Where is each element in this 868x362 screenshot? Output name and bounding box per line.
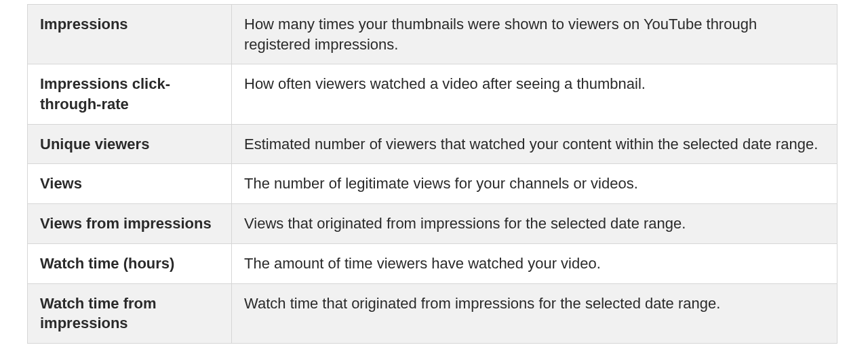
metric-definition: The amount of time viewers have watched … (232, 244, 837, 283)
metric-term: Impressions click-through-rate (28, 64, 232, 123)
metric-definition: Views that originated from impressions f… (232, 204, 837, 243)
table-row: Unique viewers Estimated number of viewe… (28, 125, 837, 165)
table-row: Views The number of legitimate views for… (28, 164, 837, 204)
metric-term: Impressions (28, 5, 232, 64)
metric-term: Watch time from impressions (28, 284, 232, 343)
metric-definition: Estimated number of viewers that watched… (232, 125, 837, 164)
metric-term: Views (28, 164, 232, 203)
metrics-table: Impressions How many times your thumbnai… (27, 4, 837, 344)
metric-term: Watch time (hours) (28, 244, 232, 283)
table-row: Impressions click-through-rate How often… (28, 64, 837, 124)
metric-definition: The number of legitimate views for your … (232, 164, 837, 203)
table-row: Watch time (hours) The amount of time vi… (28, 244, 837, 284)
metric-definition: How often viewers watched a video after … (232, 64, 837, 123)
metric-term: Unique viewers (28, 125, 232, 164)
metric-definition: How many times your thumbnails were show… (232, 5, 837, 64)
table-row: Impressions How many times your thumbnai… (28, 5, 837, 64)
table-row: Views from impressions Views that origin… (28, 204, 837, 244)
metric-definition: Watch time that originated from impressi… (232, 284, 837, 343)
table-row: Watch time from impressions Watch time t… (28, 284, 837, 343)
metric-term: Views from impressions (28, 204, 232, 243)
